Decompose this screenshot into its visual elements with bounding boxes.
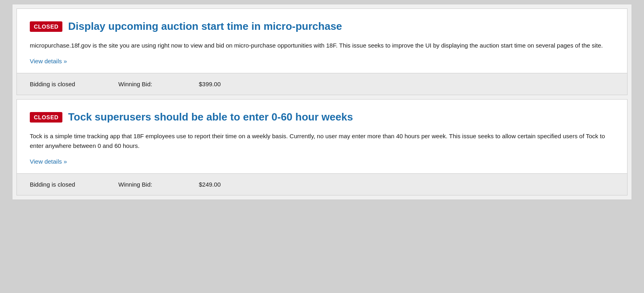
card-body-2: CLOSED Tock superusers should be able to… <box>17 100 627 173</box>
footer-winning-bid-label-1: Winning Bid: <box>118 81 199 87</box>
footer-status-1: Bidding is closed <box>30 81 118 87</box>
auction-card-1: CLOSED Display upcoming auction start ti… <box>17 8 627 95</box>
card-title-row-2: CLOSED Tock superusers should be able to… <box>30 111 614 123</box>
card-title-2: Tock superusers should be able to enter … <box>68 111 353 123</box>
card-description-1: micropurchase.18f.gov is the site you ar… <box>30 41 614 50</box>
closed-badge-1: CLOSED <box>30 21 62 32</box>
footer-status-2: Bidding is closed <box>30 181 118 188</box>
card-description-2: Tock is a simple time tracking app that … <box>30 131 614 151</box>
card-title-row-1: CLOSED Display upcoming auction start ti… <box>30 20 614 33</box>
closed-badge-2: CLOSED <box>30 112 62 123</box>
card-title-1: Display upcoming auction start time in m… <box>68 20 342 33</box>
view-details-link-1[interactable]: View details » <box>30 58 67 64</box>
view-details-link-2[interactable]: View details » <box>30 158 67 165</box>
footer-winning-bid-value-2: $249.00 <box>199 181 221 188</box>
footer-winning-bid-value-1: $399.00 <box>199 81 221 87</box>
auction-card-2: CLOSED Tock superusers should be able to… <box>17 99 627 195</box>
card-body-1: CLOSED Display upcoming auction start ti… <box>17 9 627 73</box>
footer-winning-bid-label-2: Winning Bid: <box>118 181 199 188</box>
page-container: CLOSED Display upcoming auction start ti… <box>12 4 632 200</box>
card-footer-1: Bidding is closed Winning Bid: $399.00 <box>17 73 627 95</box>
card-footer-2: Bidding is closed Winning Bid: $249.00 <box>17 173 627 195</box>
